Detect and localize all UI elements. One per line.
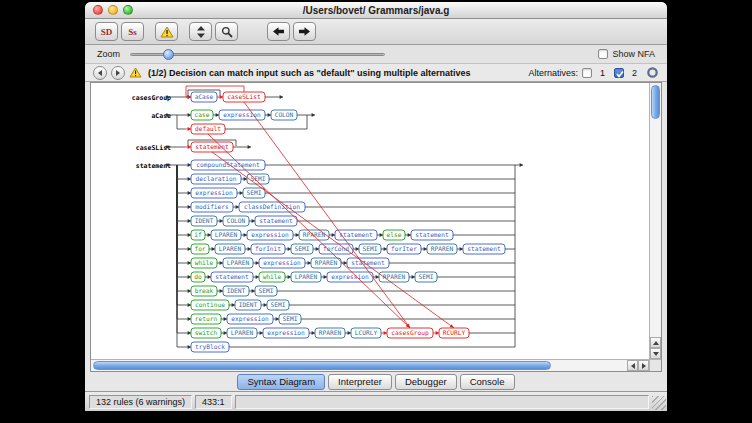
- diagram-box-label: SEMI: [295, 245, 310, 252]
- warning-bar: (1/2) Decision can match input such as "…: [85, 64, 667, 82]
- rules-button[interactable]: Ss: [121, 22, 144, 41]
- window-title: /Users/bovet/ Grammars/java.g: [85, 5, 667, 16]
- vertical-scroll-thumb[interactable]: [651, 85, 660, 119]
- diagram-box-label: RPAREN: [383, 273, 406, 280]
- arrowhead: [356, 247, 359, 251]
- diagram-box-label: IDENT: [239, 301, 258, 308]
- arrowhead: [224, 317, 227, 321]
- arrowhead: [252, 219, 255, 223]
- arrowhead: [188, 289, 191, 293]
- tab-interpreter[interactable]: Interpreter: [328, 374, 392, 390]
- diagram-box-label: IDENT: [227, 287, 246, 294]
- warning-message: (1/2) Decision can match input such as "…: [148, 68, 471, 78]
- diagram-box-label: switch: [195, 329, 218, 336]
- arrowhead: [240, 191, 243, 195]
- previous-warning-button[interactable]: [93, 66, 107, 80]
- up-arrow-icon: [653, 341, 659, 345]
- warning-triangle-icon: [160, 26, 174, 38]
- diagram-box-label: compoundStatement: [196, 161, 260, 169]
- arrowhead: [248, 145, 251, 149]
- diagram-box-label: return: [195, 315, 218, 322]
- next-warning-button[interactable]: [111, 66, 125, 80]
- diagram-area: casesGroupaCasecaseSListaCasecaseexpress…: [90, 82, 662, 372]
- diagram-box-label: SEMI: [363, 245, 378, 252]
- zoom-slider-thumb[interactable]: [163, 49, 174, 60]
- arrowhead: [436, 331, 439, 335]
- magnifier-icon: [221, 26, 233, 38]
- rule-label[interactable]: casesGroup: [132, 94, 171, 102]
- warnings-button[interactable]: [155, 22, 178, 41]
- window-controls: [93, 5, 133, 15]
- tab-syntax-diagram[interactable]: Syntax Diagram: [237, 374, 325, 390]
- close-button[interactable]: [93, 5, 103, 15]
- diagram-box-label: classDefinition: [244, 203, 300, 210]
- show-nfa-checkbox[interactable]: [598, 49, 608, 59]
- arrowhead: [188, 177, 191, 181]
- scroll-right-button[interactable]: [638, 360, 649, 371]
- diagram-box-label: COLON: [275, 111, 294, 118]
- vertical-scrollbar[interactable]: [649, 83, 661, 359]
- diagram-box-label: LPAREN: [295, 273, 318, 280]
- left-arrow-icon: [98, 70, 102, 76]
- toolbar: SD Ss: [85, 19, 667, 45]
- title-bar[interactable]: /Users/bovet/ Grammars/java.g: [85, 2, 667, 19]
- zoom-slider[interactable]: [130, 49, 385, 60]
- resize-grip[interactable]: [652, 396, 666, 410]
- arrowhead: [236, 205, 239, 209]
- alternative-2-checkbox[interactable]: [614, 68, 624, 78]
- arrowhead: [276, 317, 279, 321]
- minimize-button[interactable]: [108, 5, 118, 15]
- arrowhead: [316, 247, 319, 251]
- goto-rule-button[interactable]: [189, 22, 212, 41]
- arrowhead: [384, 331, 387, 335]
- diagram-box-label: SEMI: [259, 287, 274, 294]
- arrowhead: [324, 275, 327, 279]
- diagram-box-label: statement: [259, 217, 293, 224]
- find-button[interactable]: [215, 22, 238, 41]
- diagram-box-label: expression: [267, 329, 305, 337]
- scroll-left-button[interactable]: [627, 360, 638, 371]
- tab-label: Console: [470, 376, 505, 387]
- arrowhead: [424, 247, 427, 251]
- diagram-box-label: RPAREN: [431, 245, 454, 252]
- arrowhead: [408, 233, 411, 237]
- tab-debugger[interactable]: Debugger: [395, 374, 457, 390]
- diagram-box-label: aCase: [195, 93, 214, 100]
- arrowhead: [188, 247, 191, 251]
- diagram-box-label: LPAREN: [227, 259, 250, 266]
- arrowhead: [220, 219, 223, 223]
- syntax-diagram-button[interactable]: SD: [95, 22, 118, 41]
- forward-arrow-icon: [298, 26, 311, 37]
- diagram-box-label: expression: [331, 273, 369, 281]
- arrowhead: [232, 303, 235, 307]
- diagram-box-label: casesGroup: [391, 329, 429, 337]
- maximize-button[interactable]: [123, 5, 133, 15]
- scroll-up-button[interactable]: [650, 337, 661, 348]
- check-icon: [616, 70, 624, 78]
- horizontal-scrollbar[interactable]: [91, 359, 649, 371]
- diagram-box-label: COLON: [227, 217, 246, 224]
- arrowhead: [216, 113, 219, 117]
- diagram-box-label: SEMI: [247, 189, 262, 196]
- diagram-box-label: else: [387, 231, 402, 238]
- horizontal-scroll-thumb[interactable]: [93, 361, 551, 370]
- forward-button[interactable]: [293, 22, 316, 41]
- arrowhead: [188, 113, 191, 117]
- alternative-1-checkbox[interactable]: [582, 68, 592, 78]
- diagram-box-label: expression: [231, 315, 269, 323]
- syntax-diagram-canvas[interactable]: casesGroupaCasecaseSListaCasecaseexpress…: [91, 83, 639, 361]
- diagram-box-label: LPAREN: [215, 231, 238, 238]
- zoom-label: Zoom: [97, 49, 120, 59]
- tab-bar: Syntax Diagram Interpreter Debugger Cons…: [85, 374, 667, 390]
- arrowhead: [188, 219, 191, 223]
- alternatives-label: Alternatives:: [528, 68, 578, 78]
- diagram-box-label: declaration: [196, 175, 237, 182]
- tab-label: Syntax Diagram: [247, 376, 315, 387]
- link-alternatives-icon[interactable]: [646, 66, 659, 79]
- diagram-box-label: modifiers: [195, 203, 229, 210]
- scroll-down-button[interactable]: [650, 348, 661, 359]
- arrowhead: [412, 275, 415, 279]
- tab-console[interactable]: Console: [460, 374, 515, 390]
- diagram-box-label: default: [195, 125, 221, 132]
- back-button[interactable]: [267, 22, 290, 41]
